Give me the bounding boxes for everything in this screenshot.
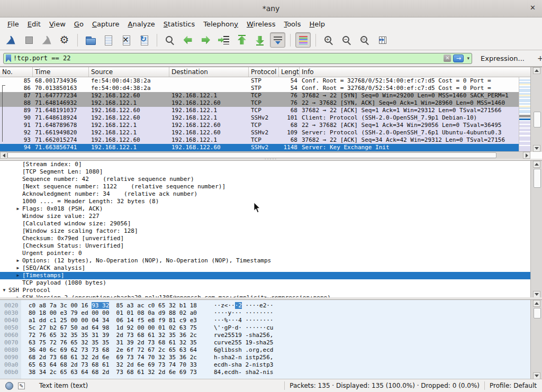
expression-button[interactable]: Expression... (481, 54, 525, 62)
hex-ascii[interactable]: 84,ecdh- sha2-nis (214, 369, 274, 376)
detail-line[interactable]: TCP payload (1080 bytes) (0, 279, 542, 287)
menu-tools[interactable]: Tools (279, 19, 305, 30)
expand-arrow-icon[interactable]: ▶ (14, 257, 22, 265)
hex-vscrollbar[interactable] (530, 300, 542, 379)
hex-ascii[interactable]: curve255 19-sha25 (214, 339, 274, 347)
hex-bytes[interactable]: 72 76 65 32 35 35 31 39 2d 73 68 61 32 3… (29, 332, 197, 339)
hex-bytes[interactable]: 68 2d 73 68 61 32 2d 6e 69 73 74 70 32 3… (29, 354, 197, 361)
scroll-up-icon[interactable] (533, 161, 540, 168)
hex-ascii[interactable]: ecdh-sha 2-nistp3 (214, 361, 274, 369)
go-first-packet-button[interactable] (234, 32, 249, 48)
hex-bytes[interactable]: c0 a8 7a 3c 00 16 93 32 85 a3 ac c0 65 3… (29, 302, 197, 309)
capture-comment-icon[interactable]: ✎ (18, 382, 25, 389)
reload-capture-file-button[interactable] (137, 32, 152, 48)
hex-ascii[interactable]: h-sha2-n istp256, (214, 354, 274, 361)
hex-ascii[interactable]: ··z<···2 ····e2·· (214, 302, 274, 309)
detail-line[interactable]: ▶[Timestamps] (0, 272, 542, 279)
go-back-button[interactable] (180, 32, 195, 48)
detail-line[interactable]: ▶Options: (12 bytes), No-Operation (NOP)… (0, 257, 542, 265)
expand-arrow-icon[interactable]: ▶ (14, 265, 22, 272)
menu-edit[interactable]: Edit (23, 19, 45, 30)
hex-bytes[interactable]: 36 40 6c 69 62 73 73 68 2e 6f 72 67 2c 6… (29, 347, 197, 354)
colorize-packets-button[interactable] (295, 32, 311, 48)
hex-bytes[interactable]: 38 34 2c 65 63 64 68 2d 73 68 61 32 2d 6… (29, 369, 197, 376)
menu-help[interactable]: Help (305, 19, 329, 30)
hex-row[interactable]: 00b038 34 2c 65 63 64 68 2d 73 68 61 32 … (0, 369, 530, 376)
packet-row[interactable]: 9071.648618924192.168.122.60192.168.122.… (0, 114, 519, 122)
hex-row[interactable]: 0020c0 a8 7a 3c 00 16 93 32 85 a3 ac c0 … (0, 302, 530, 309)
detail-line[interactable]: ▶Flags: 0x018 (PSH, ACK) (0, 205, 542, 213)
zoom-in-button[interactable] (321, 32, 336, 48)
detail-vscrollbar[interactable] (530, 161, 542, 297)
hex-row[interactable]: 003080 18 00 e3 79 ed 00 00 01 01 08 0a … (0, 309, 530, 317)
column-header-no[interactable]: No. (0, 67, 33, 77)
detail-line[interactable]: [Window size scaling factor: 128] (0, 227, 542, 235)
hex-ascii[interactable]: \'·gP·d· ······cu (214, 324, 274, 332)
scroll-right-icon[interactable] (523, 152, 530, 159)
hex-row[interactable]: 007063 75 72 76 65 32 35 35 31 39 2d 73 … (0, 339, 530, 347)
detail-line[interactable]: Window size value: 227 (0, 213, 542, 220)
column-header-info[interactable]: Info (300, 67, 530, 77)
detail-line[interactable]: Sequence number: 42 (relative sequence n… (0, 176, 542, 183)
menu-statistics[interactable]: Statistics (159, 19, 199, 30)
hex-row[interactable]: 0040a1 dd c1 25 00 00 04 34 06 14 f5 e8 … (0, 317, 530, 324)
restart-capture-button[interactable] (39, 32, 55, 48)
scroll-left-icon[interactable] (0, 152, 7, 159)
menu-view[interactable]: View (45, 19, 70, 30)
menu-telephony[interactable]: Telephony (199, 19, 242, 30)
hex-ascii[interactable]: 6@libssh .org,ecd (214, 347, 274, 354)
hex-bytes[interactable]: 65 63 64 68 2d 73 68 61 32 2d 6e 69 73 7… (29, 361, 197, 369)
detail-vscroll-thumb[interactable] (534, 169, 541, 188)
add-filter-button[interactable]: + (537, 54, 542, 62)
expand-arrow-icon[interactable]: ▶ (14, 205, 22, 213)
packet-row[interactable]: 9171.648789678192.168.122.1192.168.122.6… (0, 122, 519, 129)
zoom-original-button[interactable] (357, 32, 372, 48)
menu-wireless[interactable]: Wireless (242, 19, 279, 30)
column-header-time[interactable]: Time (33, 67, 89, 77)
packet-list-hscrollbar[interactable] (0, 151, 530, 159)
detail-line[interactable]: [Checksum Status: Unverified] (0, 242, 542, 250)
packet-row[interactable]: 9471.663856741192.168.122.1192.168.122.6… (0, 144, 519, 151)
filter-text[interactable]: !tcp.port == 22 (13, 54, 441, 62)
intelligent-scrollbar-minimap[interactable] (519, 77, 530, 151)
apply-filter-icon[interactable]: → (453, 54, 464, 62)
hex-bytes[interactable]: a1 dd c1 25 00 00 04 34 06 14 f5 e8 f9 8… (29, 317, 197, 324)
hex-row[interactable]: 006072 76 65 32 35 35 31 39 2d 73 68 61 … (0, 332, 530, 339)
detail-line[interactable]: [TCP Segment Len: 1080] (0, 168, 542, 176)
capture-options-button[interactable] (57, 32, 73, 48)
packet-row[interactable]: 8871.648146932192.168.122.1192.168.122.6… (0, 99, 519, 107)
hex-bytes[interactable]: 80 18 00 e3 79 ed 00 00 01 01 08 0a d9 8… (29, 309, 197, 317)
clear-filter-icon[interactable]: ✕ (444, 54, 451, 62)
scroll-down-icon[interactable] (533, 372, 540, 379)
packet-row[interactable]: 9271.661949820192.168.122.1192.168.122.6… (0, 129, 519, 136)
scroll-up-icon[interactable] (533, 67, 540, 74)
hex-bytes[interactable]: 5c 27 b2 67 50 ad 64 98 1d 92 00 00 01 0… (29, 324, 197, 332)
titlebar[interactable]: *any ✕ (0, 0, 542, 17)
menu-file[interactable]: File (3, 19, 23, 30)
start-capture-button[interactable] (3, 32, 19, 48)
hex-row[interactable]: 008036 40 6c 69 62 73 73 68 2e 6f 72 67 … (0, 347, 530, 354)
display-filter-input[interactable]: !tcp.port == 22 ✕ → ▾ (3, 53, 472, 64)
save-capture-file-button[interactable] (101, 32, 116, 48)
find-packet-button[interactable] (162, 32, 177, 48)
hex-ascii[interactable]: rve25519 -sha256, (214, 332, 274, 339)
auto-scroll-live-button[interactable] (270, 32, 285, 48)
profile-label[interactable]: Profile: Default (490, 382, 537, 389)
detail-line[interactable]: Urgent pointer: 0 (0, 250, 542, 257)
go-to-packet-button[interactable] (216, 32, 231, 48)
hex-row[interactable]: 00505c 27 b2 67 50 ad 64 98 1d 92 00 00 … (0, 324, 530, 332)
zoom-out-button[interactable] (339, 32, 354, 48)
detail-line[interactable]: ▶[SEQ/ACK analysis] (0, 265, 542, 272)
menu-capture[interactable]: Capture (88, 19, 124, 30)
menu-go[interactable]: Go (70, 19, 88, 30)
scroll-up-icon[interactable] (533, 300, 540, 307)
detail-line[interactable]: ▼SSH Protocol (0, 287, 542, 294)
expand-arrow-icon[interactable]: ▶ (14, 272, 22, 279)
column-header-length[interactable]: Length (279, 67, 300, 77)
column-header-source[interactable]: Source (89, 67, 169, 77)
stop-capture-button[interactable] (21, 32, 37, 48)
packet-row[interactable]: 8971.648191037192.168.122.60192.168.122.… (0, 107, 519, 114)
column-header-protocol[interactable]: Protocol (249, 67, 279, 77)
detail-line[interactable]: Acknowledgment number: 34 (relative ack … (0, 190, 542, 198)
open-capture-file-button[interactable] (83, 32, 98, 48)
